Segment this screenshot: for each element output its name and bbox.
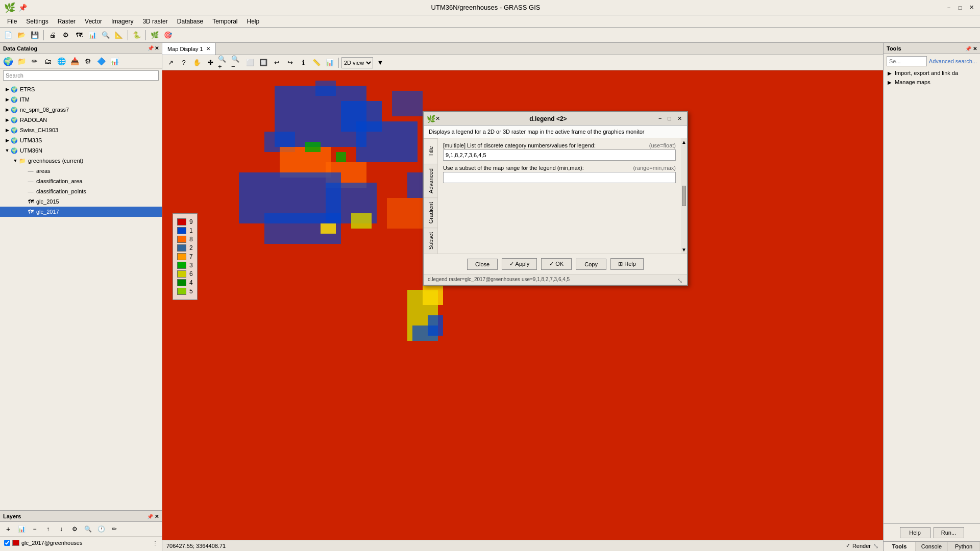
search-input[interactable] (3, 70, 159, 81)
mt-zoom-region[interactable]: ⬜ (244, 57, 256, 69)
layer-add-vector[interactable]: 📊 (15, 523, 28, 535)
tree-arrow-swiss[interactable]: ▶ (4, 128, 10, 133)
field1-input[interactable] (443, 149, 676, 161)
mt-nodes[interactable]: ✤ (204, 57, 216, 69)
tools-item-import[interactable]: ▶ Import, export and link da (884, 68, 980, 78)
tree-item-utm33s[interactable]: ▶ 🌍 UTM33S (0, 135, 162, 145)
tree-item-etrs[interactable]: ▶ 🌍 ETRS (0, 84, 162, 94)
toolbar-gis[interactable]: 🗺 (73, 29, 85, 41)
tree-arrow-etrs[interactable]: ▶ (4, 87, 10, 92)
mt-zoom-fit[interactable]: 🔲 (257, 57, 270, 69)
field2-input[interactable] (443, 172, 676, 183)
mt-pan[interactable]: ✋ (191, 57, 203, 69)
mt-query2[interactable]: ℹ (297, 57, 309, 69)
dc-edit[interactable]: ✏ (29, 55, 41, 67)
tab-console[interactable]: Console (916, 542, 948, 551)
dlegend-tab-subset[interactable]: Subset (424, 228, 437, 254)
toolbar-new[interactable]: 📄 (2, 29, 14, 41)
dlegend-copy-button[interactable]: Copy (576, 259, 606, 270)
menu-vector[interactable]: Vector (81, 17, 106, 26)
layer-add-raster[interactable]: + (2, 523, 14, 535)
view-select[interactable]: 2D view 3D view (341, 57, 373, 68)
dc-close-icon[interactable]: ✕ (155, 45, 159, 51)
tree-item-classpoints[interactable]: ▶ — classification_points (0, 186, 162, 196)
layer-history[interactable]: 🕐 (95, 523, 107, 535)
map-tab-1[interactable]: Map Display 1 ✕ (162, 43, 216, 55)
scroll-thumb[interactable] (682, 186, 686, 206)
minimize-button[interactable]: − (944, 3, 953, 12)
mt-zoom-in[interactable]: 🔍+ (217, 57, 230, 69)
toolbar-print[interactable]: 🖨 (46, 29, 59, 41)
menu-imagery[interactable]: Imagery (107, 17, 137, 26)
toolbar-3d[interactable]: 📐 (113, 29, 125, 41)
dc-add-location[interactable]: 🌍 (2, 55, 14, 67)
tools-item-manage[interactable]: ▶ Manage maps (884, 78, 980, 87)
dlegend-tab-title[interactable]: Title (424, 138, 437, 164)
scroll-up-arrow[interactable]: ▲ (681, 139, 687, 145)
dlegend-close-btn[interactable]: ✕ (675, 115, 684, 122)
tree-arrow-utm33s[interactable]: ▶ (4, 138, 10, 143)
toolbar-grass[interactable]: 🌿 (149, 29, 161, 41)
dlegend-tab-advanced[interactable]: Advanced (424, 164, 437, 197)
dc-pin-icon[interactable]: 📌 (148, 45, 154, 51)
dlegend-help-button[interactable]: ⊞ Help (610, 258, 644, 270)
dc-vector[interactable]: 🔷 (95, 55, 107, 67)
layer-options-icon[interactable]: ⋮ (153, 540, 158, 546)
mt-view-drop[interactable]: ▼ (374, 57, 386, 69)
layer-remove[interactable]: − (29, 523, 41, 535)
tree-item-glc2015[interactable]: ▶ 🗺 glc_2015 (0, 196, 162, 207)
menu-file[interactable]: File (3, 17, 21, 26)
tree-item-radolan[interactable]: ▶ 🌍 RADOLAN (0, 115, 162, 125)
mt-zoom-out[interactable]: 🔍− (231, 57, 243, 69)
mt-zoom-back[interactable]: ↩ (271, 57, 283, 69)
toolbar-python[interactable]: 🐍 (131, 29, 143, 41)
dlegend-pin-icon[interactable]: ✕ (435, 115, 440, 122)
layer-down[interactable]: ↓ (55, 523, 67, 535)
dc-search-remote[interactable]: 🌐 (55, 55, 67, 67)
tree-item-utm36n[interactable]: ▼ 🌍 UTM36N (0, 145, 162, 156)
layers-pin-icon[interactable]: 📌 (147, 514, 153, 519)
menu-raster[interactable]: Raster (54, 17, 80, 26)
tree-arrow-utm36n[interactable]: ▼ (4, 148, 10, 153)
mt-query[interactable]: ? (178, 57, 190, 69)
tree-item-swiss[interactable]: ▶ 🌍 Swiss_CH1903 (0, 125, 162, 135)
close-button[interactable]: ✕ (967, 3, 976, 12)
dc-settings[interactable]: ⚙ (82, 55, 94, 67)
tree-item-classarea[interactable]: ▶ — classification_area (0, 176, 162, 186)
mt-pointer[interactable]: ↗ (164, 57, 177, 69)
tree-item-itm[interactable]: ▶ 🌍 ITM (0, 94, 162, 105)
map-tab-1-close[interactable]: ✕ (206, 46, 210, 52)
maximize-button[interactable]: □ (955, 3, 965, 12)
dlegend-close-button[interactable]: Close (467, 259, 498, 270)
dlegend-apply-button[interactable]: ✓ Apply (502, 258, 537, 270)
dc-browser[interactable]: 🗂 (42, 55, 54, 67)
toolbar-settings[interactable]: ⚙ (60, 29, 72, 41)
tools-search-input[interactable] (887, 56, 927, 66)
toolbar-zoom[interactable]: 🔍 (100, 29, 112, 41)
tools-help-btn[interactable]: Help (900, 527, 930, 538)
layer-properties[interactable]: ⚙ (68, 523, 81, 535)
tools-close-icon[interactable]: ✕ (973, 46, 977, 52)
toolbar-map2[interactable]: 📊 (86, 29, 99, 41)
mt-measure[interactable]: 📏 (310, 57, 323, 69)
dlegend-min-btn[interactable]: − (656, 115, 664, 122)
menu-temporal[interactable]: Temporal (208, 17, 241, 26)
menu-database[interactable]: Database (173, 17, 207, 26)
layer-item-glc2017[interactable]: glc_2017@greenhouses ⋮ (2, 539, 160, 547)
layer-edit[interactable]: ✏ (108, 523, 120, 535)
mt-analyze[interactable]: 📊 (324, 57, 336, 69)
tree-arrow-greenhouses[interactable]: ▼ (12, 158, 18, 163)
tree-item-areas[interactable]: ▶ — areas (0, 166, 162, 176)
tab-python[interactable]: Python (948, 542, 980, 551)
dc-raster-vec[interactable]: 📊 (108, 55, 120, 67)
tree-item-greenhouses[interactable]: ▼ 📁 greenhouses (current) (0, 156, 162, 166)
toolbar-open[interactable]: 📂 (15, 29, 28, 41)
menu-help[interactable]: Help (243, 17, 264, 26)
tools-run-btn[interactable]: Run... (934, 527, 964, 538)
tree-arrow-ncspm[interactable]: ▶ (4, 107, 10, 112)
tools-search-adv-link[interactable]: Advanced search... (929, 58, 977, 64)
dlegend-max-btn[interactable]: □ (666, 115, 673, 122)
toolbar-target[interactable]: 🎯 (162, 29, 174, 41)
tab-tools[interactable]: Tools (884, 542, 916, 551)
tools-pin-icon[interactable]: 📌 (965, 46, 971, 52)
